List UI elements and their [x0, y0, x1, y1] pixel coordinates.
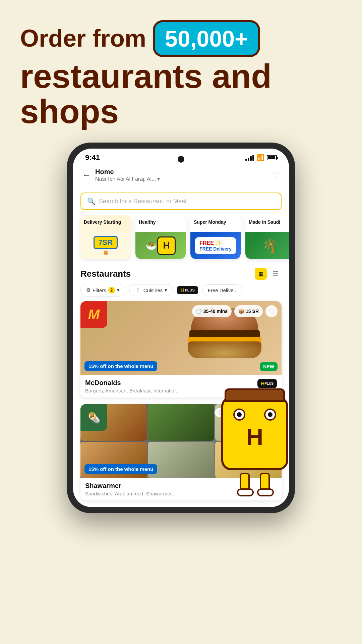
- fee-icon: 📦: [238, 309, 244, 314]
- category-healthy-title: Healthy: [139, 219, 182, 225]
- status-bar: 9:41 📶: [73, 149, 289, 165]
- restaurant-info-bar: 🕐 35-40 mins 📦 15 SR ♡: [84, 305, 278, 317]
- mascot-right-foot: [257, 488, 274, 496]
- category-super-monday-title: Super Monday: [194, 219, 237, 225]
- list-view-button[interactable]: ☰: [269, 268, 282, 280]
- category-healthy-img: 🥗 H: [135, 232, 186, 259]
- promo-tag: 15% off on the whole menu: [84, 361, 157, 371]
- delivery-time-pill: 🕐 35-40 mins: [192, 305, 232, 317]
- restaurants-section-header: Restaurants ▦ ☰: [73, 264, 289, 284]
- mascot-hat: [225, 388, 285, 402]
- grid-view-button[interactable]: ▦: [255, 268, 267, 280]
- clock-icon: 🕐: [196, 309, 202, 314]
- mascot-right-leg: [260, 473, 270, 493]
- delivery-bottom-text: 🍔: [103, 251, 108, 255]
- hero-section: Order from 50,000+ restaurants and shops: [0, 0, 362, 129]
- category-card-delivery[interactable]: Delivery Starting 7SR 🍔: [80, 215, 131, 259]
- wifi-icon: 📶: [257, 154, 264, 161]
- location-info[interactable]: Home Nasr Ibn Abi Al Faraj, Al... ▾: [95, 168, 160, 182]
- free-delivery-filter-label: Free Delive...: [208, 287, 238, 293]
- search-input[interactable]: Search for a Restaurant, or Meal: [99, 198, 186, 205]
- mcdonalds-image: M 🕐 35-40 mins 📦 15: [80, 301, 282, 375]
- healthy-h-badge: H: [157, 236, 176, 255]
- delivery-info-pills: 🕐 35-40 mins 📦 15 SR ♡: [192, 305, 278, 317]
- location-subtitle: Nasr Ibn Abi Al Faraj, Al... ▾: [95, 176, 160, 182]
- delivery-fee-pill: 📦 15 SR: [234, 305, 263, 317]
- hero-order-from-text: Order from: [20, 25, 146, 52]
- category-super-monday-img: FREE ✨ FREE Delivery: [190, 232, 241, 259]
- hplus-h-letter: H: [180, 287, 184, 293]
- free-delivery-badge: FREE ✨ FREE Delivery: [195, 237, 236, 254]
- mascot-legs: [208, 473, 302, 493]
- phone-mockup: 9:41 📶: [67, 143, 295, 513]
- filters-chevron-icon: ▾: [117, 287, 120, 293]
- category-made-saudi-img: 🌴: [245, 232, 289, 259]
- filters-label: Filters: [93, 287, 106, 293]
- mascot-left-pupil: [237, 412, 242, 417]
- cuisines-label: Cuisines: [143, 287, 163, 293]
- status-icons: 📶: [245, 154, 277, 161]
- shawarmer-categories: Sandwiches, Arabian food, Shawarmer...: [85, 491, 176, 496]
- free-delivery-text: FREE Delivery: [199, 246, 232, 252]
- category-card-healthy[interactable]: Healthy 🥗 H: [135, 215, 186, 259]
- mascot-left-eye: [233, 409, 245, 421]
- mascot-left-foot: [237, 488, 254, 496]
- category-delivery-img: 7SR 🍔: [80, 232, 131, 259]
- back-button[interactable]: ←: [82, 170, 90, 180]
- view-toggle[interactable]: ▦ ☰: [255, 268, 282, 280]
- filter-icon: ⚙: [86, 287, 90, 293]
- filters-button[interactable]: ⚙ Filters 2 ▾: [80, 284, 125, 297]
- palm-tree-icon: 🌴: [262, 238, 279, 254]
- delivery-fee-text: 15 SR: [246, 309, 259, 314]
- hplus-plus-text: PLUS: [185, 288, 195, 292]
- mcdonalds-logo: M: [80, 301, 107, 328]
- restaurants-title: Restaurants: [80, 269, 131, 279]
- battery-icon: [267, 155, 277, 160]
- status-time: 9:41: [85, 153, 100, 162]
- hero-subtitle: restaurants and shops: [20, 59, 342, 129]
- hero-count-badge: 50,000+: [153, 20, 260, 57]
- hplus-restaurant-badge: H PLUS: [257, 379, 277, 388]
- mascot-right-eye: [264, 409, 276, 421]
- shawarmer-promo-tag: 15% off on the whole menu: [84, 464, 157, 474]
- chevron-down-icon: ▾: [157, 176, 160, 182]
- restaurant-overlay-bottom: 15% off on the whole menu NEW: [84, 361, 278, 371]
- location-title: Home: [95, 168, 160, 176]
- cuisines-chevron-icon: ▾: [165, 287, 167, 293]
- category-card-made-in-saudi[interactable]: Made in Saudi 🌴: [245, 215, 289, 259]
- category-delivery-title: Delivery Starting: [84, 219, 127, 225]
- mascot-h-letter: H: [246, 425, 263, 449]
- free-delivery-button[interactable]: Free Delive...: [202, 284, 243, 296]
- mascot-left-leg: [240, 473, 250, 493]
- new-tag: NEW: [260, 362, 278, 371]
- hplus-filter-button[interactable]: H PLUS: [177, 286, 198, 294]
- shawarmer-logo: 🌯: [80, 404, 107, 431]
- filters-count-badge: 2: [108, 287, 115, 293]
- restaurant-name: McDonalds: [85, 379, 178, 387]
- fork-knife-icon: 🍴: [135, 287, 141, 293]
- delivery-time-text: 35-40 mins: [203, 309, 228, 314]
- mascot-body: H: [221, 396, 288, 470]
- search-bar[interactable]: 🔍 Search for a Restaurant, or Meal: [80, 193, 282, 210]
- shawarmer-name: Shawarmer: [85, 482, 176, 490]
- filter-bar: ⚙ Filters 2 ▾ 🍴 Cuisines ▾ H PLUS Free D…: [73, 284, 289, 301]
- search-icon: 🔍: [87, 197, 96, 205]
- camera-notch: [178, 156, 184, 163]
- signal-icon: [245, 155, 254, 161]
- category-scroll: Delivery Starting 7SR 🍔 Healthy 🥗: [73, 215, 289, 264]
- category-made-saudi-title: Made in Saudi: [249, 219, 289, 225]
- favorites-heart-icon[interactable]: ♡: [272, 170, 280, 180]
- mcdonalds-m-letter: M: [88, 307, 100, 323]
- restaurant-categories: Burgers, American, Breakfast, Internatio…: [85, 388, 178, 393]
- delivery-price-badge: 7SR: [94, 236, 118, 249]
- favorite-button[interactable]: ♡: [265, 305, 278, 317]
- mascot-right-pupil: [268, 412, 273, 417]
- category-card-super-monday[interactable]: Super Monday FREE ✨ FREE Delivery: [190, 215, 241, 259]
- restaurant-card-mcdonalds[interactable]: M 🕐 35-40 mins 📦 15: [80, 301, 282, 397]
- mascot-character: H: [208, 396, 302, 493]
- top-nav-bar: ← Home Nasr Ibn Abi Al Faraj, Al... ▾ ♡: [73, 165, 289, 187]
- cuisines-button[interactable]: 🍴 Cuisines ▾: [129, 284, 173, 296]
